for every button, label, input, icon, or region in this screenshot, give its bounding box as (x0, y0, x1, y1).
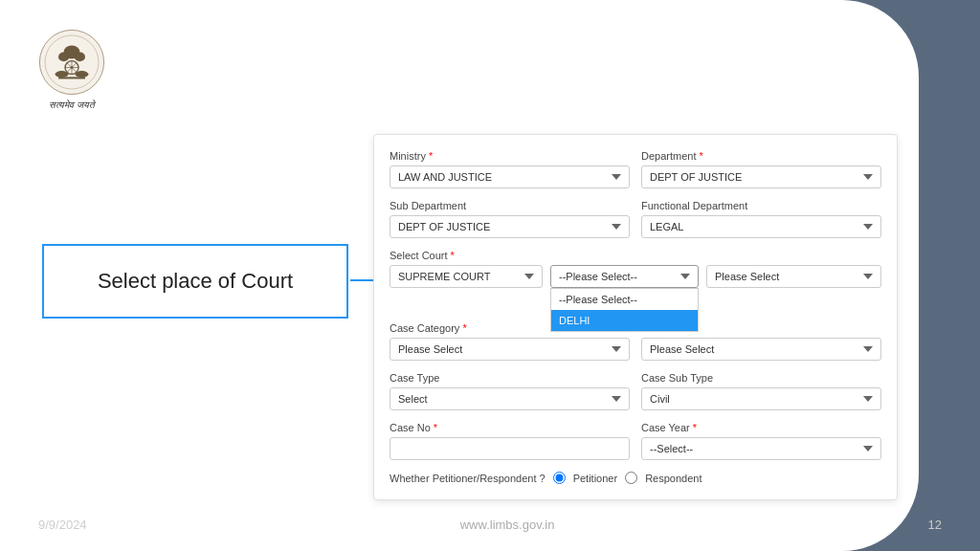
svg-point-11 (56, 71, 69, 77)
court-col-2: --Please Select-- --Please Select-- DELH… (550, 265, 699, 288)
ministry-department-row: Ministry * LAW AND JUSTICE Department * … (390, 150, 881, 188)
court-place-3-select[interactable]: Please Select (706, 265, 881, 288)
case-no-group: Case No * (390, 422, 630, 460)
ministry-label: Ministry * (390, 150, 630, 162)
respondent-option-label: Respondent (645, 473, 702, 484)
court-row: SUPREME COURT --Please Select-- --Please… (390, 265, 881, 288)
logo-tagline: सत्यमेव जयते (49, 99, 95, 111)
dropdown-option-please-select[interactable]: --Please Select-- (551, 289, 698, 310)
emblem-icon (38, 29, 105, 96)
footer-date: 9/9/2024 (38, 518, 87, 532)
form-panel: Ministry * LAW AND JUSTICE Department * … (373, 134, 898, 500)
case-no-input[interactable] (390, 437, 630, 460)
annotation-text: Select place of Court (98, 269, 293, 294)
court-place-dropdown: --Please Select-- DELHI (550, 288, 699, 332)
case-sub-type-select[interactable]: Civil (641, 387, 881, 410)
logo-area: सत्यमेव जयते (38, 29, 105, 111)
case-sub-type-label: Case Sub Type (641, 372, 881, 384)
petitioner-radio[interactable] (553, 472, 566, 484)
case-sub-type-group: Case Sub Type Civil (641, 372, 881, 410)
case-type-group: Case Type Select (390, 372, 630, 410)
court-col-1: SUPREME COURT (390, 265, 543, 288)
sub-department-group: Sub Department DEPT OF JUSTICE (390, 200, 630, 238)
subdept-functional-row: Sub Department DEPT OF JUSTICE Functiona… (390, 200, 881, 238)
select-court-section: Select Court * SUPREME COURT --Please Se… (390, 250, 881, 288)
footer: 9/9/2024 www.limbs.gov.in 12 (0, 518, 980, 532)
svg-point-3 (58, 53, 69, 62)
case-type-label: Case Type (390, 372, 630, 384)
case-year-group: Case Year * --Select-- (641, 422, 881, 460)
case-no-year-row: Case No * Case Year * --Select-- (390, 422, 881, 460)
dropdown-option-delhi[interactable]: DELHI (551, 310, 698, 331)
case-year-select[interactable]: --Select-- (641, 437, 881, 460)
sub-department-select[interactable]: DEPT OF JUSTICE (390, 215, 630, 238)
svg-point-4 (75, 53, 85, 62)
case-no-label: Case No * (390, 422, 630, 433)
functional-dept-select[interactable]: LEGAL (641, 215, 881, 238)
case-year-label: Case Year * (641, 422, 881, 433)
respondent-radio[interactable] (625, 472, 637, 484)
functional-dept-label: Functional Department (641, 200, 881, 211)
department-select[interactable]: DEPT OF JUSTICE (641, 165, 881, 188)
court-place-select[interactable]: --Please Select-- (550, 265, 699, 288)
functional-dept-group: Functional Department LEGAL (641, 200, 881, 238)
ministry-group: Ministry * LAW AND JUSTICE (390, 150, 630, 188)
department-label: Department * (641, 150, 881, 162)
footer-page: 12 (928, 518, 942, 532)
court-type-select[interactable]: SUPREME COURT (390, 265, 543, 288)
department-group: Department * DEPT OF JUSTICE (641, 150, 881, 188)
ministry-select[interactable]: LAW AND JUSTICE (390, 165, 630, 188)
case-type-select[interactable]: Select (390, 387, 630, 410)
footer-url: www.limbs.gov.in (460, 518, 555, 532)
svg-point-12 (76, 71, 89, 77)
court-col-3: Please Select (706, 265, 881, 288)
case-type-row: Case Type Select Case Sub Type Civil (390, 372, 881, 410)
petitioner-row: Whether Petitioner/Respondent ? Petition… (390, 472, 881, 484)
petitioner-label: Whether Petitioner/Respondent ? (390, 473, 546, 484)
svg-rect-13 (58, 77, 85, 78)
petitioner-option-label: Petitioner (573, 473, 617, 484)
case-category-2-select[interactable]: Please Select (641, 338, 881, 361)
select-court-label: Select Court * (390, 250, 881, 261)
sub-department-label: Sub Department (390, 200, 630, 211)
annotation-box: Select place of Court (42, 244, 348, 319)
case-category-select[interactable]: Please Select (390, 338, 630, 361)
